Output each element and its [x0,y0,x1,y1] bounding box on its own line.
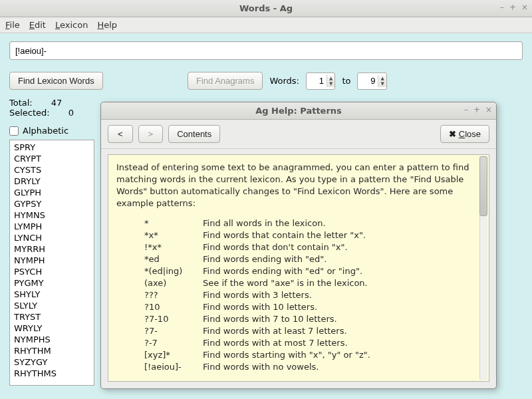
pattern-row: ???Find words with 3 letters. [144,289,481,301]
help-titlebar: Ag Help: Patterns – + × [101,102,496,120]
list-item[interactable]: PSYCH [14,266,90,277]
list-item[interactable]: CYSTS [14,164,90,176]
list-item[interactable]: LYNCH [14,232,90,243]
help-maximize-icon[interactable]: + [473,105,480,114]
pattern-description: Find words that don't contain "x". [203,241,348,253]
pattern-example: ?-7 [144,337,203,349]
list-item[interactable]: LYMPH [14,221,90,232]
list-item[interactable]: CRYPT [14,153,90,164]
close-x-icon: ✖ [449,129,456,139]
help-close-icon[interactable]: × [485,105,492,114]
up-arrow-icon[interactable]: ▲ [380,76,384,81]
pattern-description: Find words that contain the letter "x". [203,229,366,241]
scrollbar-thumb[interactable] [479,156,487,216]
list-item[interactable]: RHYTHMS [14,368,90,379]
up-arrow-icon[interactable]: ▲ [329,76,332,81]
pattern-row: (axe)See if the word "axe" is in the lex… [144,277,481,289]
pattern-example: *(ed|ing) [144,265,203,277]
words-min-spinner[interactable]: ▲▼ [306,72,335,90]
pattern-row: *edFind words ending with "ed". [144,253,481,265]
total-label: Total: [9,98,33,108]
menu-help[interactable]: Help [97,20,117,30]
pattern-example: ?10 [144,301,203,313]
words-min-input[interactable] [307,74,327,87]
pattern-example: (axe) [144,277,203,289]
help-dialog: Ag Help: Patterns – + × < > Contents ✖Cl… [100,102,497,389]
menubar: File Edit Lexicon Help [0,17,532,33]
main-titlebar: Words - Ag – + × [0,0,532,17]
pattern-input[interactable] [9,41,523,60]
pattern-row: *(ed|ing)Find words ending with "ed" or … [144,265,481,277]
total-value: 47 [51,98,63,108]
pattern-description: See if the word "axe" is in the lexicon. [203,277,368,289]
words-label: Words: [269,76,299,86]
selected-label: Selected: [9,108,50,118]
menu-edit[interactable]: Edit [29,20,46,30]
list-item[interactable]: SLYLY [14,300,90,311]
list-item[interactable]: SYZYGY [14,356,90,368]
pattern-example: [xyz]* [144,349,203,361]
pattern-row: [!aeiou]-Find words with no vowels. [144,361,481,373]
list-item[interactable]: HYMNS [14,209,90,221]
menu-lexicon[interactable]: Lexicon [55,20,88,30]
help-close-button[interactable]: ✖Close [440,125,489,143]
list-item[interactable]: MYRRH [14,243,90,255]
pattern-description: Find words with 7 to 10 letters. [203,313,337,325]
help-body: Instead of entering some text to be anag… [108,154,489,382]
list-item[interactable]: GLYPH [14,187,90,198]
menu-file[interactable]: File [5,20,20,30]
pattern-row: ?7-Find words with at least 7 letters. [144,325,481,337]
pattern-example: *ed [144,253,203,265]
pattern-description: Find words with 3 letters. [203,289,312,301]
pattern-example: *x* [144,229,203,241]
pattern-row: ?10Find words with 10 letters. [144,301,481,313]
help-back-button[interactable]: < [108,125,133,143]
words-max-input[interactable] [358,74,378,87]
pattern-row: *x*Find words that contain the letter "x… [144,229,481,241]
help-intro: Instead of entering some text to be anag… [116,162,481,209]
list-item[interactable]: RHYTHM [14,345,90,356]
help-minimize-icon[interactable]: – [464,105,468,114]
minimize-icon[interactable]: – [500,3,504,12]
close-icon[interactable]: × [521,3,528,12]
list-item[interactable]: SPRY [14,142,90,153]
pattern-row: ?7-10Find words with 7 to 10 letters. [144,313,481,325]
list-item[interactable]: WRYLY [14,323,90,334]
list-item[interactable]: TRYST [14,311,90,323]
pattern-description: Find words ending with "ed". [203,253,327,265]
pattern-description: Find words with no vowels. [203,361,319,373]
list-item[interactable]: SHYLY [14,289,90,300]
maximize-icon[interactable]: + [509,3,516,12]
pattern-row: !*x*Find words that don't contain "x". [144,241,481,253]
help-forward-button: > [138,125,164,143]
down-arrow-icon[interactable]: ▼ [329,81,332,86]
find-anagrams-button: Find Anagrams [188,72,263,90]
pattern-example: ?7-10 [144,313,203,325]
alphabetic-checkbox[interactable] [9,126,19,136]
pattern-description: Find words starting with "x", "y" or "z"… [203,349,370,361]
pattern-example: [!aeiou]- [144,361,203,373]
list-item[interactable]: GYPSY [14,198,90,209]
words-max-spinner[interactable]: ▲▼ [357,72,386,90]
list-item[interactable]: PYGMY [14,277,90,289]
pattern-description: Find words with at least 7 letters. [203,325,347,337]
pattern-description: Find words with 10 letters. [203,301,317,313]
down-arrow-icon[interactable]: ▼ [380,81,384,86]
list-item[interactable]: NYMPH [14,255,90,266]
word-list[interactable]: SPRYCRYPTCYSTSDRYLYGLYPHGYPSYHYMNSLYMPHL… [9,140,94,386]
pattern-row: *Find all words in the lexicon. [144,217,481,229]
pattern-description: Find words ending with "ed" or "ing". [203,265,362,277]
selected-value: 0 [68,108,74,118]
pattern-row: ?-7Find words with at most 7 letters. [144,337,481,349]
list-item[interactable]: NYMPHS [14,334,90,345]
find-lexicon-words-button[interactable]: Find Lexicon Words [9,72,103,90]
list-item[interactable]: DRYLY [14,176,90,187]
window-title: Words - Ag [239,3,293,13]
pattern-description: Find all words in the lexicon. [203,217,326,229]
pattern-example: * [144,217,203,229]
words-to-label: to [342,76,350,86]
help-contents-button[interactable]: Contents [168,125,220,143]
pattern-row: [xyz]*Find words starting with "x", "y" … [144,349,481,361]
pattern-example: ?7- [144,325,203,337]
help-window-title: Ag Help: Patterns [255,106,342,116]
